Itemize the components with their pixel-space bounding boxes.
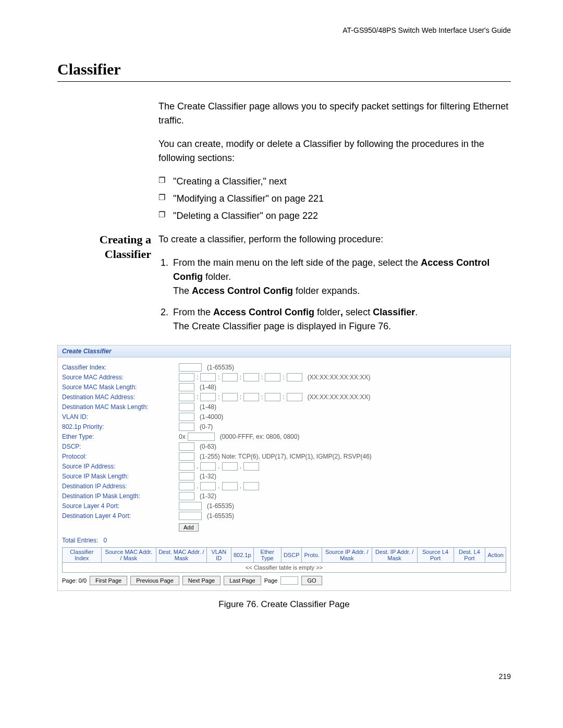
form-value: :::::(XX:XX:XX:XX:XX:XX) [179,373,506,381]
table-header-cell: DSCP [281,548,302,563]
text-input[interactable] [179,393,194,401]
text-input[interactable] [179,452,194,461]
table-empty-row: << Classifier table is empty >> [63,563,506,573]
form-value: (1-48) [179,403,506,411]
form-value: ... [179,462,506,471]
form-row: Destination MAC Address::::::(XX:XX:XX:X… [62,393,506,401]
text-input[interactable] [179,512,202,520]
go-button[interactable]: GO [301,576,322,585]
table-header-cell: Dest. L4 Port [454,548,485,563]
text-input[interactable] [200,373,216,381]
text-input[interactable] [179,403,194,411]
form-value: (1-65535) [179,363,506,372]
step-2: From the Access Control Config folder, s… [171,305,511,334]
form-value: (1-32) [179,492,506,500]
link-deleting: "Deleting a Classifier" on page 222 [158,209,511,223]
text-input[interactable] [287,373,302,381]
text-input[interactable] [200,462,216,471]
form-row: 802.1p Priority:(0-7) [62,423,506,431]
text-input[interactable] [179,482,194,490]
text-input[interactable] [179,413,194,421]
text-input[interactable] [188,433,215,441]
form-label: DSCP: [62,443,179,450]
text-input[interactable] [243,373,259,381]
form-label: Source MAC Mask Length: [62,384,179,391]
hint-text: (0-63) [200,443,216,450]
text-input[interactable] [200,393,216,401]
page-title: Classifier [57,60,511,78]
form-row: Destination Layer 4 Port:(1-65535) [62,512,506,520]
text-input[interactable] [179,472,194,480]
text-input[interactable] [200,482,216,490]
text-input[interactable] [179,363,202,372]
form-label: Destination Layer 4 Port: [62,512,179,520]
table-header-cell: Action [485,548,506,563]
form-value: :::::(XX:XX:XX:XX:XX:XX) [179,393,506,401]
procedure-lead: To create a classifier, perform the foll… [158,232,511,246]
page-number: 219 [57,672,511,681]
text-input[interactable] [179,442,194,451]
previous-page-button[interactable]: Previous Page [130,576,179,585]
last-page-button[interactable]: Last Page [224,576,261,585]
form-row: Destination MAC Mask Length:(1-48) [62,403,506,411]
text-input[interactable] [265,373,280,381]
add-button[interactable]: Add [179,523,199,532]
pager: Page: 0/0 First Page Previous Page Next … [62,576,506,585]
form-label: Protocol: [62,453,179,460]
first-page-button[interactable]: First Page [90,576,127,585]
hint-text: (1-48) [200,403,216,411]
form-row: DSCP:(0-63) [62,442,506,451]
text-input[interactable] [243,393,259,401]
hint-text: (1-65535) [207,512,234,520]
next-page-button[interactable]: Next Page [182,576,221,585]
figure-caption: Figure 76. Create Classifier Page [57,599,511,610]
text-input[interactable] [243,462,259,471]
form-value: (0-7) [179,423,506,431]
form-value: (1-48) [179,383,506,391]
form-value: (1-32) [179,472,506,480]
subsection-title: Creating a Classifier [57,232,151,341]
form-label: 802.1p Priority: [62,423,179,430]
text-input[interactable] [179,383,194,391]
text-input[interactable] [179,462,194,471]
table-header-cell: 802.1p [231,548,253,563]
text-input[interactable] [179,373,194,381]
form-heading: Create Classifier [58,346,510,357]
text-input[interactable] [222,482,238,490]
table-header-cell: Source IP Addr. / Mask [322,548,372,563]
form-label: Destination MAC Mask Length: [62,403,179,411]
form-label: Destination IP Mask Length: [62,492,179,500]
text-input[interactable] [222,393,238,401]
running-header: AT-GS950/48PS Switch Web Interface User'… [57,26,511,34]
page-label: Page [264,577,278,584]
table-header-cell: Ether Type [253,548,281,563]
form-label: Destination IP Address: [62,483,179,490]
text-input[interactable] [287,393,302,401]
form-row: Source MAC Address::::::(XX:XX:XX:XX:XX:… [62,373,506,381]
hint-text: (1-32) [200,492,216,500]
hint-text: (1-255) Note: TCP(6), UDP(17), ICMP(1), … [200,453,372,460]
form-label: Source IP Mask Length: [62,473,179,480]
form-label: Source Layer 4 Port: [62,502,179,510]
hint-text: (0000-FFFF, ex: 0806, 0800) [220,433,300,440]
hint-text: (1-48) [200,384,216,391]
text-input[interactable] [179,492,194,500]
form-row: Protocol:(1-255) Note: TCP(6), UDP(17), … [62,452,506,461]
hint-text: (XX:XX:XX:XX:XX:XX) [308,374,371,381]
intro-paragraph-1: The Create Classifier page allows you to… [158,100,511,128]
create-classifier-screenshot: Create Classifier Classifier Index:(1-65… [57,345,511,591]
form-label: Source IP Address: [62,463,179,470]
text-input[interactable] [265,393,280,401]
text-input[interactable] [179,502,202,510]
text-input[interactable] [243,482,259,490]
table-header-cell: Source MAC Addr. / Mask [101,548,156,563]
text-input[interactable] [179,423,194,431]
text-input[interactable] [222,373,238,381]
table-header-cell: Dest. IP Addr. / Mask [372,548,417,563]
text-input[interactable] [222,462,238,471]
page-input[interactable] [280,576,298,585]
hint-text: (1-65535) [207,364,234,371]
hint-text: (1-65535) [207,502,234,510]
link-creating: "Creating a Classifier," next [158,175,511,189]
form-label: Classifier Index: [62,364,179,371]
